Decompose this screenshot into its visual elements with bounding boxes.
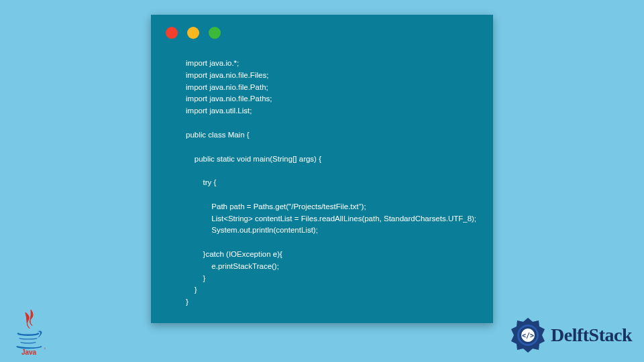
close-icon bbox=[166, 27, 178, 39]
minimize-icon bbox=[187, 27, 199, 39]
code-content: import java.io.*; import java.nio.file.F… bbox=[151, 46, 493, 322]
delftstack-badge-icon: </> bbox=[509, 316, 547, 354]
window-controls bbox=[151, 15, 493, 46]
svg-text:Java: Java bbox=[21, 349, 37, 355]
brand-name: DelftStack bbox=[551, 324, 632, 346]
java-logo-icon: Java ™ bbox=[12, 308, 46, 355]
maximize-icon bbox=[209, 27, 221, 39]
svg-text:™: ™ bbox=[44, 347, 46, 351]
delftstack-logo: </> DelftStack bbox=[509, 316, 632, 354]
code-window: import java.io.*; import java.nio.file.F… bbox=[151, 15, 493, 323]
svg-text:</>: </> bbox=[522, 332, 534, 339]
